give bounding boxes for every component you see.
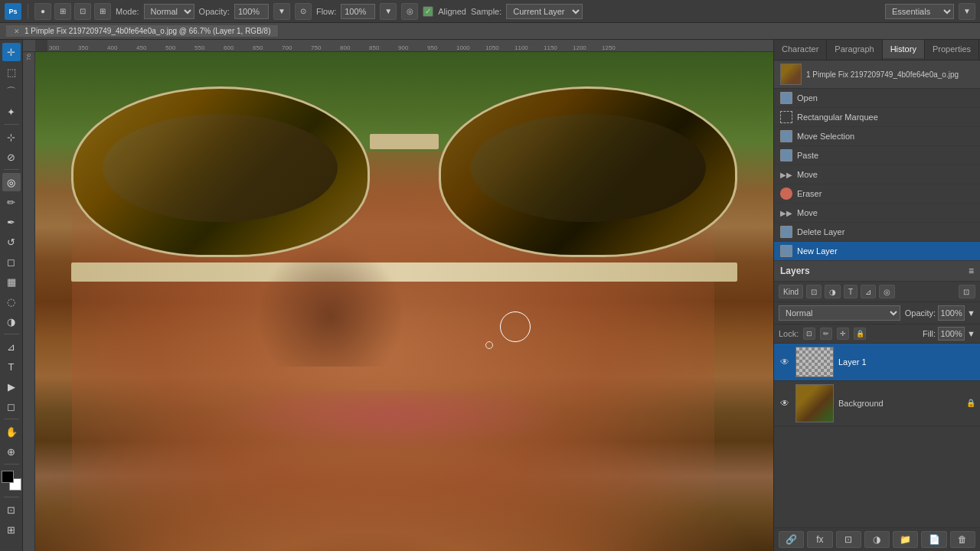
opacity-arrow[interactable]: ▼	[967, 308, 975, 318]
selection-tool[interactable]: ⬚	[2, 63, 21, 81]
tab-history[interactable]: History	[883, 40, 925, 60]
create-adjustment-btn[interactable]: ◑	[864, 531, 890, 548]
blend-mode-select[interactable]: Normal	[779, 305, 900, 321]
clone-stamp-tool[interactable]: ✒	[2, 213, 21, 231]
brush-tool[interactable]: ✏	[2, 193, 21, 211]
aligned-check[interactable]: ✓	[423, 6, 433, 17]
history-item-label-move2: Move	[797, 208, 818, 217]
sample-select[interactable]: Current Layer	[506, 4, 583, 19]
color-swatches[interactable]	[2, 471, 21, 491]
add-style-btn[interactable]: fx	[807, 531, 832, 548]
layers-header: Layers ≡	[774, 261, 980, 282]
quick-mask-btn[interactable]: ⊡	[2, 500, 21, 519]
crop-tool[interactable]: ⊹	[2, 128, 21, 146]
history-item-delete-layer[interactable]: Delete Layer	[774, 223, 980, 242]
gradient-tool[interactable]: ▦	[2, 272, 21, 291]
add-mask-btn[interactable]: ⊡	[836, 531, 861, 548]
smart-filter-btn[interactable]: ◎	[879, 285, 895, 298]
tab-paragraph[interactable]: Paragraph	[827, 40, 882, 60]
history-item-move1[interactable]: ▶▶ Move	[774, 165, 980, 184]
flow-arrow[interactable]: ▼	[380, 3, 397, 20]
history-item-rect-marquee[interactable]: Rectangular Marquee	[774, 108, 980, 127]
kind-label[interactable]: Kind	[779, 285, 803, 298]
workspace-select[interactable]: Essentials	[885, 4, 954, 19]
lock-pixels-btn[interactable]: ✏	[820, 328, 832, 340]
hand-tool[interactable]: ✋	[2, 422, 21, 441]
fill-label: Fill:	[923, 329, 936, 338]
history-item-eraser[interactable]: Eraser	[774, 184, 980, 204]
fill-input[interactable]	[938, 327, 965, 341]
opacity-arrow[interactable]: ▼	[273, 3, 290, 20]
create-group-btn[interactable]: 📁	[893, 531, 918, 548]
eyedropper-tool[interactable]: ⊘	[2, 148, 21, 166]
brush-preset-btn[interactable]: ⊞	[54, 3, 71, 20]
opacity-input[interactable]	[938, 305, 965, 321]
delete-layer-btn[interactable]: 🗑	[950, 531, 975, 548]
layer-item-1[interactable]: 👁 Layer 1	[774, 344, 980, 381]
history-item-new-layer[interactable]: New Layer	[774, 242, 980, 261]
path-selection-tool[interactable]: ▶	[2, 377, 21, 396]
magic-wand-tool[interactable]: ✦	[2, 103, 21, 121]
blur-tool[interactable]: ◌	[2, 292, 21, 311]
create-layer-btn[interactable]: 📄	[921, 531, 946, 548]
pixel-filter-btn[interactable]: ⊡	[806, 285, 822, 298]
ruler-mark: 350	[78, 44, 107, 51]
ps-logo[interactable]: Ps	[5, 3, 21, 20]
spray-btn[interactable]: ◎	[401, 3, 418, 20]
layers-lock-row: Lock: ⊡ ✏ ✛ 🔒 Fill: ▼	[774, 324, 980, 344]
lock-position-btn[interactable]: ✛	[837, 328, 849, 340]
lasso-tool[interactable]: ⌒	[2, 83, 21, 101]
link-layers-btn[interactable]: 🔗	[779, 531, 804, 548]
type-filter-btn[interactable]: T	[844, 285, 858, 298]
history-item-open[interactable]: Open	[774, 89, 980, 108]
history-item-move-sel[interactable]: Move Selection	[774, 127, 980, 146]
tool-divider-1	[4, 124, 19, 125]
history-brush-tool[interactable]: ↺	[2, 233, 21, 251]
layer-visibility-1[interactable]: 👁	[779, 356, 791, 368]
healing-brush-tool[interactable]: ◎	[2, 173, 21, 191]
ruler-vertical: 76	[23, 52, 35, 551]
foreground-color-swatch[interactable]	[2, 471, 14, 483]
lock-transparent-btn[interactable]: ⊡	[803, 328, 815, 340]
history-item-label-delete: Delete Layer	[797, 227, 844, 236]
shape-filter-btn[interactable]: ⊿	[861, 285, 876, 298]
layers-panel-options-btn[interactable]: ≡	[969, 266, 974, 276]
adjustment-filter-btn[interactable]: ◑	[825, 285, 841, 298]
ruler-mark: 650	[253, 44, 282, 51]
filter-toggle-btn[interactable]: ⊡	[959, 285, 975, 298]
mode-select[interactable]: Normal	[144, 4, 194, 19]
screen-mode-btn[interactable]: ⊞	[2, 520, 21, 539]
brush-size-btn[interactable]: ●	[34, 3, 51, 20]
source-btn[interactable]: ⊡	[74, 3, 91, 20]
ruler-mark: 750	[311, 44, 340, 51]
pattern-btn[interactable]: ⊞	[94, 3, 111, 20]
opacity-input[interactable]	[234, 4, 269, 19]
close-btn[interactable]: ✕	[14, 28, 20, 35]
move-tool[interactable]: ✛	[2, 43, 21, 61]
layer-item-background[interactable]: 👁 Background 🔒	[774, 381, 980, 426]
ruler-mark: 450	[136, 44, 165, 51]
type-tool[interactable]: T	[2, 357, 21, 376]
pen-tool[interactable]: ⊿	[2, 337, 21, 356]
shape-tool[interactable]: ◻	[2, 397, 21, 416]
layer-visibility-bg[interactable]: 👁	[779, 397, 791, 409]
ruler-horizontal: 300 350 400 450 500 550 600 650 700 750 …	[23, 40, 773, 52]
ruler-mark: 400	[107, 44, 136, 51]
tool-divider-2	[4, 169, 19, 170]
dodge-tool[interactable]: ◑	[2, 312, 21, 331]
tab-properties[interactable]: Properties	[925, 40, 979, 60]
tab-character[interactable]: Character	[774, 40, 827, 60]
airbrush-btn[interactable]: ⊙	[295, 3, 312, 20]
sample-label: Sample:	[471, 7, 501, 16]
lock-all-btn[interactable]: 🔒	[854, 328, 866, 340]
flow-input[interactable]	[341, 4, 375, 19]
history-item-move2[interactable]: ▶▶ Move	[774, 204, 980, 223]
zoom-tool[interactable]: ⊕	[2, 442, 21, 461]
canvas-content[interactable]	[35, 52, 773, 551]
eraser-tool[interactable]: ◻	[2, 253, 21, 271]
document-tab[interactable]: ✕ 1 Pimple Fix 2197209749_4b0fe64e0a_o.j…	[6, 25, 279, 37]
workspace-arrow[interactable]: ▼	[959, 3, 975, 20]
canvas-area: 300 350 400 450 500 550 600 650 700 750 …	[23, 40, 773, 551]
history-item-paste[interactable]: Paste	[774, 146, 980, 165]
fill-arrow[interactable]: ▼	[967, 329, 975, 338]
